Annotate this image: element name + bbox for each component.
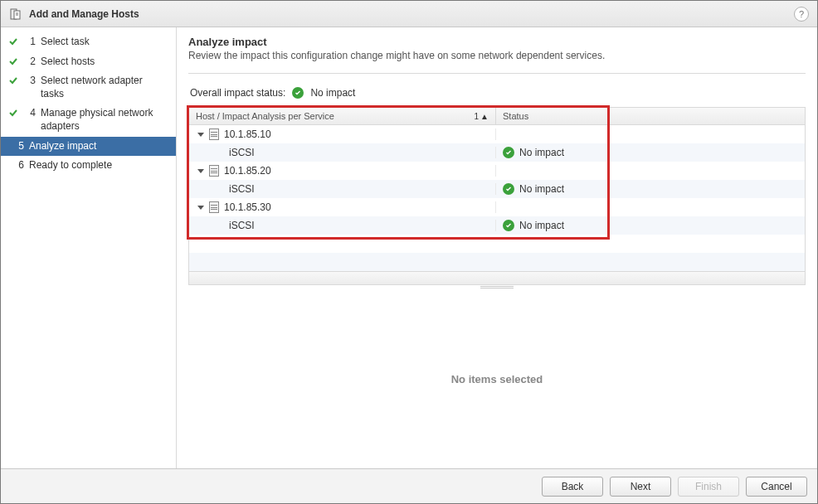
- step-label: Analyze impact: [29, 140, 168, 153]
- table-footer: [189, 271, 805, 284]
- help-icon[interactable]: ?: [794, 7, 809, 22]
- table-row[interactable]: 10.1.85.30: [189, 198, 805, 216]
- step-select-network-adapter-tasks[interactable]: 3 Select network adapter tasks: [1, 71, 176, 104]
- wizard-window: Add and Manage Hosts ? 1 Select task 2 S…: [0, 0, 818, 504]
- sort-indicator: 1 ▲: [475, 112, 489, 121]
- col-header-status[interactable]: Status: [496, 108, 805, 124]
- status-text: No impact: [519, 147, 564, 158]
- step-select-task[interactable]: 1 Select task: [1, 32, 176, 52]
- table-row[interactable]: 10.1.85.10: [189, 125, 805, 143]
- step-number: 5: [12, 140, 24, 152]
- host-label: 10.1.85.10: [224, 128, 271, 140]
- step-number: 6: [12, 159, 24, 171]
- divider: [188, 73, 806, 74]
- window-title: Add and Manage Hosts: [29, 8, 139, 20]
- service-label: iSCSI: [229, 147, 255, 158]
- step-label: Ready to complete: [29, 159, 168, 172]
- step-label: Manage physical network adapters: [41, 107, 168, 133]
- table-row[interactable]: iSCSI No impact: [189, 143, 805, 162]
- step-number: 1: [24, 36, 36, 47]
- hosts-icon: [9, 7, 22, 21]
- impact-table-wrap: Host / Impact Analysis per Service 1 ▲ S…: [188, 107, 806, 285]
- step-analyze-impact[interactable]: 5 Analyze impact: [1, 137, 176, 157]
- wizard-main: Analyze impact Review the impact this co…: [177, 27, 817, 468]
- chevron-down-icon[interactable]: [197, 133, 204, 137]
- ok-icon: [503, 220, 514, 231]
- table-header: Host / Impact Analysis per Service 1 ▲ S…: [189, 108, 805, 125]
- check-icon: [7, 56, 19, 67]
- step-label: Select network adapter tasks: [41, 75, 168, 100]
- check-icon: [7, 36, 19, 47]
- check-icon: [7, 75, 19, 86]
- wizard-buttons: Back Next Finish Cancel: [1, 468, 817, 503]
- host-icon: [209, 128, 219, 140]
- back-button[interactable]: Back: [542, 477, 603, 497]
- check-icon: [7, 107, 19, 119]
- titlebar: Add and Manage Hosts ?: [1, 1, 817, 27]
- sort-asc-icon: ▲: [480, 112, 489, 121]
- host-icon: [209, 201, 219, 213]
- page-subtitle: Review the impact this configuration cha…: [188, 50, 806, 61]
- chevron-down-icon[interactable]: [197, 169, 204, 173]
- chevron-down-icon[interactable]: [197, 206, 204, 210]
- status-text: No impact: [519, 220, 564, 231]
- host-icon: [209, 165, 219, 177]
- col-header-status-label: Status: [503, 111, 528, 121]
- service-label: iSCSI: [229, 220, 255, 231]
- ok-icon: [292, 87, 304, 99]
- status-text: No impact: [519, 183, 564, 195]
- cancel-button[interactable]: Cancel: [746, 477, 807, 497]
- table-row[interactable]: 10.1.85.20: [189, 162, 805, 180]
- step-number: 3: [24, 75, 36, 86]
- next-button[interactable]: Next: [610, 477, 671, 497]
- empty-rows: [189, 235, 805, 271]
- wizard-steps-sidebar: 1 Select task 2 Select hosts 3 Select ne…: [1, 27, 177, 468]
- col-header-host[interactable]: Host / Impact Analysis per Service 1 ▲: [189, 108, 496, 124]
- host-label: 10.1.85.30: [224, 201, 271, 213]
- service-label: iSCSI: [229, 183, 255, 195]
- overall-impact-status: Overall impact status: No impact: [190, 87, 806, 99]
- wizard-body: 1 Select task 2 Select hosts 3 Select ne…: [1, 27, 817, 468]
- table-body: 10.1.85.10 iSCSI No impact: [189, 125, 805, 271]
- col-header-host-label: Host / Impact Analysis per Service: [196, 111, 334, 121]
- ok-icon: [503, 183, 514, 195]
- step-select-hosts[interactable]: 2 Select hosts: [1, 52, 176, 72]
- ok-icon: [503, 147, 514, 158]
- table-row[interactable]: iSCSI No impact: [189, 180, 805, 198]
- overall-label: Overall impact status:: [190, 87, 285, 99]
- step-label: Select hosts: [41, 56, 168, 69]
- step-ready-to-complete: 6 Ready to complete: [1, 156, 176, 176]
- step-label: Select task: [41, 36, 168, 49]
- impact-table: Host / Impact Analysis per Service 1 ▲ S…: [188, 107, 806, 285]
- finish-button: Finish: [678, 477, 739, 497]
- step-number: 2: [24, 56, 36, 67]
- page-title: Analyze impact: [188, 36, 806, 48]
- table-row[interactable]: iSCSI No impact: [189, 216, 805, 235]
- step-number: 4: [24, 107, 36, 119]
- host-label: 10.1.85.20: [224, 165, 271, 177]
- step-manage-physical-network-adapters[interactable]: 4 Manage physical network adapters: [1, 104, 176, 136]
- overall-value: No impact: [310, 87, 355, 99]
- details-empty: No items selected: [188, 289, 806, 468]
